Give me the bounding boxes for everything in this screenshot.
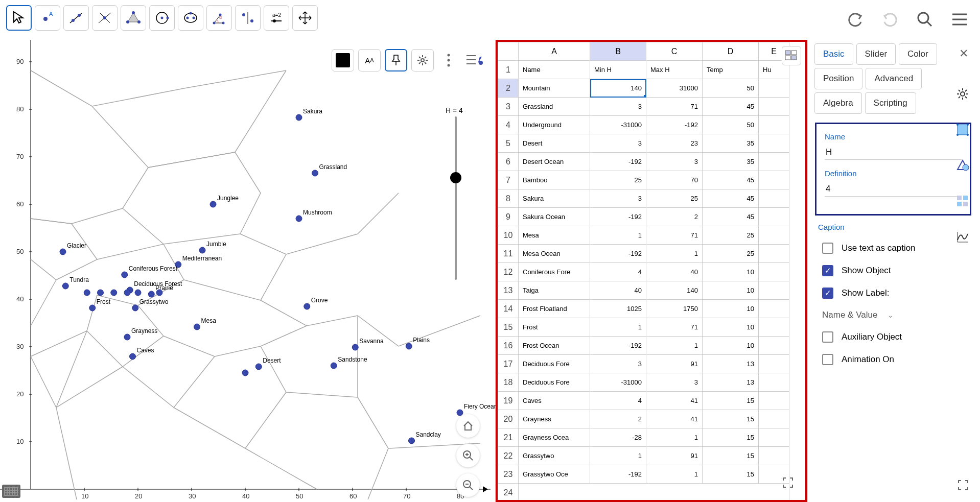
caption-link[interactable]: Caption: [818, 223, 968, 231]
cell[interactable]: [759, 281, 789, 300]
cell[interactable]: [759, 392, 789, 410]
cell[interactable]: 35: [703, 153, 759, 171]
cell[interactable]: [759, 318, 789, 337]
cell[interactable]: Grayness Ocea: [519, 428, 590, 447]
cell[interactable]: Frost Floatland: [519, 300, 590, 318]
cell[interactable]: -192: [590, 337, 646, 355]
cell[interactable]: [759, 263, 789, 281]
checkbox-icon[interactable]: [822, 288, 833, 299]
cell[interactable]: [759, 116, 789, 134]
shape-icon[interactable]: [955, 158, 971, 174]
cell[interactable]: 10: [703, 300, 759, 318]
cell[interactable]: [759, 410, 789, 428]
cell[interactable]: 23: [646, 134, 703, 153]
home-button[interactable]: [456, 414, 480, 438]
row-header[interactable]: 22: [498, 447, 519, 465]
cell[interactable]: 1: [646, 428, 703, 447]
cell[interactable]: Frost Ocean: [519, 337, 590, 355]
cell[interactable]: 91: [646, 355, 703, 373]
cell[interactable]: -192: [646, 116, 703, 134]
cell[interactable]: 91: [646, 447, 703, 465]
tool-ellipse[interactable]: [178, 5, 203, 31]
tool-line[interactable]: [63, 5, 89, 31]
row-header[interactable]: 5: [498, 134, 519, 153]
cell[interactable]: 25: [646, 189, 703, 208]
definition-field[interactable]: 4: [825, 182, 962, 197]
cell[interactable]: -31000: [590, 116, 646, 134]
cell[interactable]: [759, 428, 789, 447]
tab-advanced[interactable]: Advanced: [866, 68, 922, 89]
cell[interactable]: 2: [646, 208, 703, 226]
search-button[interactable]: [915, 9, 935, 30]
cell[interactable]: 45: [703, 98, 759, 116]
tool-angle[interactable]: α: [206, 5, 232, 31]
color-picker[interactable]: [332, 49, 354, 71]
zoom-out-button[interactable]: [456, 473, 480, 497]
cell[interactable]: 1: [590, 447, 646, 465]
cell[interactable]: -192: [590, 208, 646, 226]
row-header[interactable]: 8: [498, 189, 519, 208]
cell[interactable]: 15: [703, 447, 759, 465]
tool-slider[interactable]: a=2: [264, 5, 289, 31]
row-header[interactable]: 3: [498, 98, 519, 116]
row-header[interactable]: 2: [498, 79, 519, 98]
close-button[interactable]: ✕: [956, 46, 971, 61]
cell[interactable]: 10: [703, 281, 759, 300]
checkbox-icon[interactable]: [822, 243, 833, 254]
col-header-A[interactable]: A: [519, 42, 590, 61]
cell[interactable]: 3: [590, 355, 646, 373]
cell[interactable]: Deciduous Fore: [519, 355, 590, 373]
animation-row[interactable]: Animation On: [822, 354, 964, 365]
cell[interactable]: [759, 171, 789, 189]
tab-position[interactable]: Position: [814, 68, 862, 89]
row-header[interactable]: 12: [498, 263, 519, 281]
spreadsheet-fullscreen[interactable]: [782, 476, 796, 491]
cell[interactable]: 70: [646, 171, 703, 189]
cell[interactable]: Min H: [590, 61, 646, 79]
tab-slider[interactable]: Slider: [856, 43, 896, 65]
row-header[interactable]: 10: [498, 226, 519, 245]
settings-icon[interactable]: [955, 87, 971, 102]
cell[interactable]: Mountain: [519, 79, 590, 98]
cell[interactable]: Caves: [519, 392, 590, 410]
cell[interactable]: -31000: [590, 373, 646, 392]
cell[interactable]: 40: [646, 263, 703, 281]
checkbox-icon[interactable]: [822, 354, 833, 365]
spreadsheet-style-btn[interactable]: [782, 46, 801, 65]
grid-icon[interactable]: [955, 194, 971, 209]
tool-point[interactable]: A: [35, 5, 60, 31]
col-header-C[interactable]: C: [646, 42, 703, 61]
cell[interactable]: 15: [703, 410, 759, 428]
cell[interactable]: [759, 337, 789, 355]
row-header[interactable]: 18: [498, 373, 519, 392]
select-icon[interactable]: [955, 123, 971, 138]
cell[interactable]: Underground: [519, 116, 590, 134]
cell[interactable]: 35: [703, 134, 759, 153]
cell[interactable]: Grassland: [519, 98, 590, 116]
tool-reflect[interactable]: [235, 5, 261, 31]
slider-thumb[interactable]: [450, 172, 461, 183]
cell[interactable]: -192: [590, 465, 646, 484]
cell[interactable]: Sakura: [519, 189, 590, 208]
row-header[interactable]: 17: [498, 355, 519, 373]
cell[interactable]: Mesa: [519, 226, 590, 245]
use-text-caption-row[interactable]: Use text as caption: [822, 243, 964, 254]
cell[interactable]: 3: [590, 189, 646, 208]
cell[interactable]: 4: [590, 263, 646, 281]
redo-button[interactable]: [880, 9, 900, 30]
cell[interactable]: 13: [703, 355, 759, 373]
cell[interactable]: 3: [646, 153, 703, 171]
row-header[interactable]: 20: [498, 410, 519, 428]
label-mode-select[interactable]: Name & Value⌄: [822, 310, 964, 320]
cell[interactable]: 1: [646, 245, 703, 263]
cell[interactable]: Grassytwo Oce: [519, 465, 590, 484]
cell[interactable]: Grayness: [519, 410, 590, 428]
cell[interactable]: [759, 98, 789, 116]
cell[interactable]: Coniferous Fore: [519, 263, 590, 281]
cell[interactable]: 10: [703, 263, 759, 281]
cell[interactable]: 25: [703, 226, 759, 245]
cell[interactable]: 40: [590, 281, 646, 300]
cell[interactable]: 3: [590, 134, 646, 153]
cell[interactable]: 25: [703, 245, 759, 263]
row-header[interactable]: 13: [498, 281, 519, 300]
